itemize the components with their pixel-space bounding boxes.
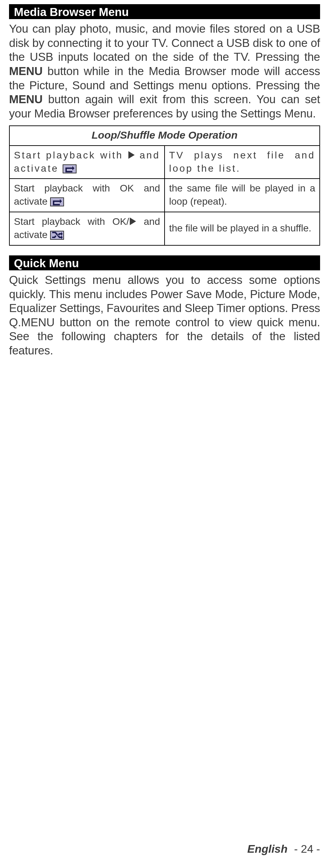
quick-menu-body: Quick Settings menu allows you to access… [9,273,320,358]
row1-right-cell: TV plays next file and loop the list. [165,146,320,179]
media-browser-heading: Media Browser Menu [9,4,320,19]
body-text-span: You can play photo, music, and movie fil… [9,22,320,63]
row3-right-cell: the file will be played in a shuffle. [165,212,320,245]
media-browser-body: You can play photo, music, and movie fil… [9,22,320,121]
cell-text: Start playback with [14,150,128,161]
shuffle-icon [50,231,64,240]
strong-menu-2: MENU [9,93,42,106]
body-text-span: button again will exit from this screen.… [9,93,320,120]
quick-menu-heading: Quick Menu [9,255,320,270]
cell-text: Start playback with OK/ [14,216,129,227]
table-row: Start playback with OK and activate the … [9,179,320,212]
footer-page-number: - 24 - [294,843,320,855]
strong-menu-1: MENU [9,65,42,77]
page-footer: English - 24 - [247,843,320,855]
table-title: Loop/Shuffle Mode Operation [9,126,320,146]
table-row: Start playback with and activate TV play… [9,146,320,179]
row1-left-cell: Start playback with and activate [9,146,165,179]
loop-shuffle-table: Loop/Shuffle Mode Operation Start playba… [9,125,320,245]
body-text-span: button while in the Media Browser mode w… [9,65,320,92]
table-row: Start playback with OK/ and activate the… [9,212,320,245]
play-icon [128,151,135,159]
loop-list-icon [63,164,77,173]
row3-left-cell: Start playback with OK/ and activate [9,212,165,245]
cell-text: Start playback with OK and activate [14,183,160,207]
row2-right-cell: the same file will be played in a loop (… [165,179,320,212]
row2-left-cell: Start playback with OK and activate [9,179,165,212]
loop-repeat-icon [50,197,64,206]
play-icon [130,218,136,225]
footer-language: English [247,843,288,855]
